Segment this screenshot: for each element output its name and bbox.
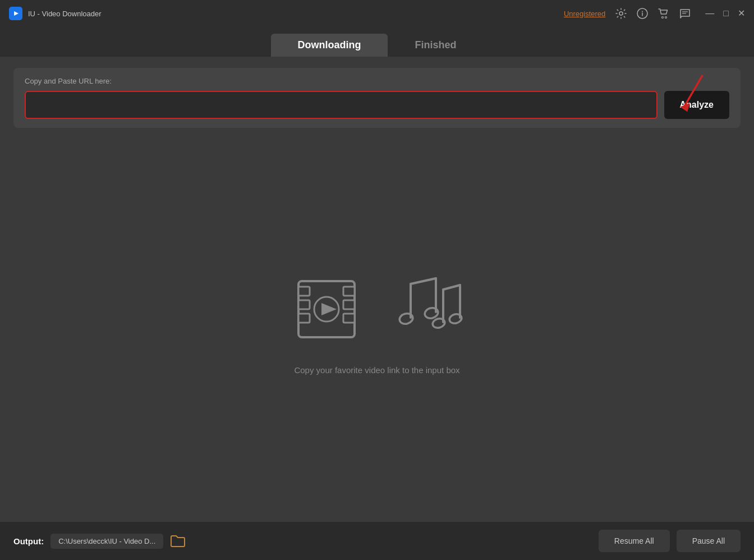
svg-marker-20	[321, 303, 337, 315]
svg-rect-15	[298, 314, 310, 323]
app-icon	[9, 7, 22, 20]
title-bar-left: IU - Video Downloader	[9, 7, 102, 20]
folder-icon[interactable]	[170, 534, 186, 548]
url-section: Copy and Paste URL here: Analyze	[13, 68, 741, 128]
svg-line-22	[411, 278, 436, 284]
empty-state-icons	[287, 264, 467, 354]
chat-icon[interactable]	[679, 8, 691, 19]
svg-rect-14	[298, 300, 310, 309]
window-controls: — □ ✕	[705, 9, 745, 18]
svg-line-10	[685, 76, 702, 105]
tab-bar: Downloading Finished	[0, 27, 754, 57]
output-path: C:\Users\decck\IU - Video D...	[50, 534, 163, 549]
svg-point-24	[398, 312, 414, 325]
music-note-icon	[394, 273, 467, 346]
url-input-row: Analyze	[25, 91, 729, 119]
url-input[interactable]	[25, 91, 658, 119]
svg-rect-18	[343, 314, 355, 323]
url-label: Copy and Paste URL here:	[25, 77, 729, 85]
svg-point-5	[642, 11, 643, 12]
title-bar-right: Unregistered	[564, 8, 745, 19]
minimize-icon[interactable]: —	[705, 9, 714, 18]
maximize-icon[interactable]: □	[723, 9, 729, 18]
empty-state-label: Copy your favorite video link to the inp…	[294, 365, 459, 375]
svg-line-27	[443, 285, 460, 290]
unregistered-link[interactable]: Unregistered	[564, 10, 605, 18]
arrow-indicator	[675, 74, 709, 115]
empty-state: Copy your favorite video link to the inp…	[13, 128, 741, 511]
title-bar: IU - Video Downloader Unregistered	[0, 0, 754, 27]
pause-all-button[interactable]: Pause All	[677, 530, 741, 552]
svg-point-2	[619, 12, 623, 15]
svg-point-7	[665, 17, 667, 19]
film-reel-icon	[287, 264, 377, 354]
svg-rect-16	[343, 287, 355, 296]
info-icon[interactable]	[637, 8, 648, 19]
tab-downloading[interactable]: Downloading	[271, 34, 388, 57]
tab-finished[interactable]: Finished	[388, 34, 483, 57]
cart-icon[interactable]	[658, 8, 669, 19]
svg-point-29	[431, 317, 445, 329]
main-content: Copy and Paste URL here: Analyze	[0, 57, 754, 522]
resume-all-button[interactable]: Resume All	[599, 530, 670, 552]
svg-point-25	[424, 306, 439, 320]
bottom-bar: Output: C:\Users\decck\IU - Video D... R…	[0, 522, 754, 560]
app-title: IU - Video Downloader	[28, 10, 102, 18]
svg-rect-17	[343, 300, 355, 309]
svg-point-6	[662, 17, 664, 19]
output-label: Output:	[13, 536, 44, 546]
svg-point-30	[448, 313, 462, 324]
svg-rect-13	[298, 287, 310, 296]
close-icon[interactable]: ✕	[738, 9, 745, 18]
settings-icon[interactable]	[615, 8, 627, 19]
